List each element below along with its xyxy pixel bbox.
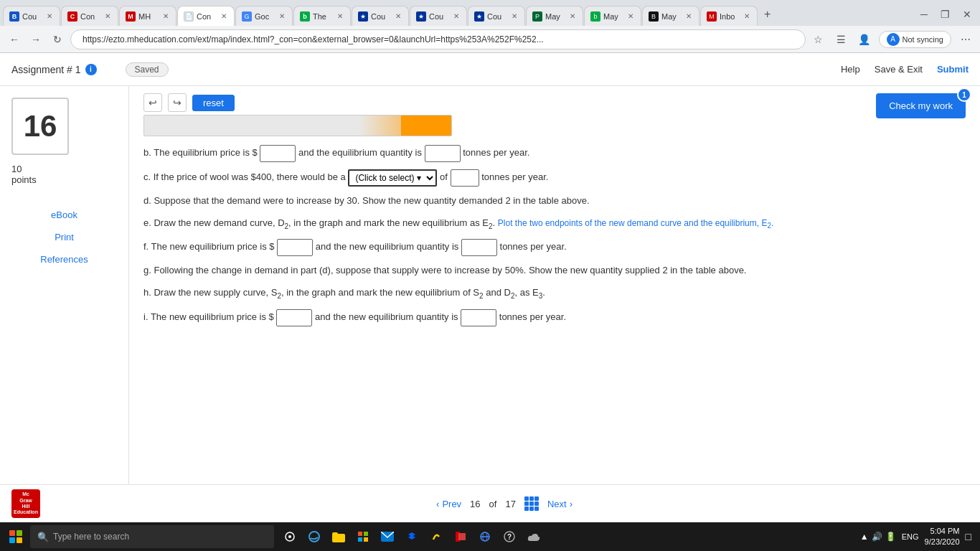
taskbar: 🔍 Type here to search bbox=[0, 522, 980, 551]
notification-button[interactable]: □ bbox=[966, 531, 971, 542]
tab-close-cou1[interactable]: ✕ bbox=[394, 11, 402, 22]
browser-actions: ☆ ☰ 👤 A Not syncing ⋯ bbox=[810, 31, 974, 48]
question-b-quantity-input[interactable] bbox=[425, 145, 461, 162]
total-pages: 17 bbox=[505, 499, 515, 509]
reading-list-button[interactable]: ☰ bbox=[833, 31, 850, 48]
save-exit-button[interactable]: Save & Exit bbox=[875, 64, 923, 75]
undo-button[interactable]: ↩ bbox=[143, 93, 162, 112]
question-f-text-middle: and the new equilibrium quantity is bbox=[316, 242, 461, 253]
clock-time: 5:04 PM bbox=[925, 526, 960, 537]
tab-may1[interactable]: P May ✕ bbox=[526, 6, 583, 26]
address-input[interactable] bbox=[70, 29, 806, 50]
mail-icon[interactable] bbox=[376, 524, 399, 550]
menu-button[interactable]: ⋯ bbox=[957, 31, 974, 48]
tab-may2[interactable]: b May ✕ bbox=[584, 6, 641, 26]
tab-close-bb[interactable]: ✕ bbox=[45, 11, 54, 22]
reload-button[interactable]: ↻ bbox=[49, 31, 66, 48]
taskbar-search[interactable]: 🔍 Type here to search bbox=[30, 525, 274, 548]
clock-date: 9/23/2020 bbox=[925, 537, 960, 547]
question-e-instruction-link[interactable]: Plot the two endpoints of the new demand… bbox=[498, 218, 773, 228]
mcgraw-hill-logo: McGrawHillEducation bbox=[11, 489, 40, 518]
back-button[interactable]: ← bbox=[6, 31, 23, 48]
tab-close-cou3[interactable]: ✕ bbox=[510, 11, 519, 22]
next-label: Next bbox=[547, 499, 567, 509]
network-icon[interactable]: ▲ bbox=[860, 532, 869, 542]
sync-button[interactable]: A Not syncing bbox=[879, 31, 951, 48]
tab-bb[interactable]: B Cou ✕ bbox=[3, 6, 60, 26]
cloud-icon[interactable] bbox=[522, 524, 545, 550]
close-browser-button[interactable]: ✕ bbox=[957, 6, 977, 23]
print-button[interactable]: Print bbox=[11, 227, 117, 247]
prev-button[interactable]: ‹ Prev bbox=[436, 499, 461, 509]
tab-close-goc[interactable]: ✕ bbox=[278, 11, 286, 22]
tab-the[interactable]: b The ✕ bbox=[293, 6, 351, 26]
edge-browser-icon[interactable] bbox=[303, 524, 326, 550]
dropbox-icon[interactable] bbox=[400, 524, 423, 550]
task-view-button[interactable] bbox=[278, 524, 301, 550]
tab-cou2[interactable]: ★ Cou ✕ bbox=[410, 6, 467, 26]
question-f-price-input[interactable] bbox=[277, 239, 313, 256]
help-taskbar-icon[interactable]: ? bbox=[498, 524, 521, 550]
tab-goc[interactable]: G Goc ✕ bbox=[235, 6, 293, 26]
tab-favicon-cou2: ★ bbox=[416, 11, 426, 22]
tab-close-the[interactable]: ✕ bbox=[336, 11, 344, 22]
check-work-button[interactable]: Check my work 1 bbox=[876, 93, 966, 118]
task-view-icon bbox=[284, 531, 296, 542]
tab-mh[interactable]: M MH ✕ bbox=[119, 6, 176, 26]
tab-close-may2[interactable]: ✕ bbox=[626, 11, 635, 22]
question-c-quantity-input[interactable] bbox=[451, 169, 479, 187]
file-explorer-icon[interactable] bbox=[327, 524, 350, 550]
references-button[interactable]: References bbox=[11, 250, 117, 269]
minimize-button[interactable]: ─ bbox=[915, 6, 933, 23]
clock-area[interactable]: 5:04 PM 9/23/2020 bbox=[925, 526, 960, 548]
tab-close-may1[interactable]: ✕ bbox=[568, 11, 577, 22]
question-f-quantity-input[interactable] bbox=[461, 239, 497, 256]
page-grid-icon[interactable] bbox=[524, 496, 539, 511]
question-c-select[interactable]: (Click to select) ▾ surplus shortage bbox=[348, 169, 437, 187]
tab-con2[interactable]: 📄 Con ✕ bbox=[177, 6, 235, 26]
tab-close-con1[interactable]: ✕ bbox=[103, 11, 112, 22]
reset-button[interactable]: reset bbox=[192, 95, 235, 111]
question-e-text-middle: , in the graph and mark the new equilibr… bbox=[288, 217, 489, 228]
question-i-quantity-input[interactable] bbox=[461, 309, 496, 326]
swish-icon[interactable] bbox=[425, 524, 448, 550]
tab-close-may3[interactable]: ✕ bbox=[684, 11, 693, 22]
question-c-text-after: tonnes per year. bbox=[481, 171, 548, 182]
question-f-text-after: tonnes per year. bbox=[500, 242, 567, 253]
tab-close-mh[interactable]: ✕ bbox=[161, 11, 170, 22]
volume-icon[interactable]: 🔊 bbox=[872, 532, 882, 542]
tab-may3[interactable]: B May ✕ bbox=[642, 6, 699, 26]
info-icon[interactable]: i bbox=[85, 64, 97, 75]
question-f: f. The new equilibrium price is $ and th… bbox=[143, 239, 966, 256]
question-i-text-before: i. The new equilibrium price is $ bbox=[143, 311, 274, 322]
question-e-instruction: Plot the two endpoints of the new demand… bbox=[498, 218, 768, 228]
help-link[interactable]: Help bbox=[841, 64, 860, 75]
profile-button[interactable]: 👤 bbox=[856, 31, 873, 48]
office-icon[interactable] bbox=[449, 524, 472, 550]
tab-label-con2: Con bbox=[197, 12, 211, 21]
mail-icon-svg bbox=[381, 532, 394, 542]
redo-button[interactable]: ↪ bbox=[168, 93, 187, 112]
submit-button[interactable]: Submit bbox=[937, 64, 969, 75]
battery-icon[interactable]: 🔋 bbox=[885, 532, 896, 542]
restore-button[interactable]: ❐ bbox=[935, 6, 956, 23]
ebook-button[interactable]: eBook bbox=[11, 205, 117, 225]
question-i: i. The new equilibrium price is $ and th… bbox=[143, 309, 966, 326]
question-b-price-input[interactable] bbox=[260, 145, 296, 162]
translate-icon[interactable] bbox=[473, 524, 496, 550]
tab-inbox[interactable]: M Inbo ✕ bbox=[700, 6, 758, 26]
question-g: g. Following the change in demand in par… bbox=[143, 263, 966, 278]
tab-con1[interactable]: C Con ✕ bbox=[61, 6, 118, 26]
tab-close-inbox[interactable]: ✕ bbox=[743, 11, 751, 22]
forward-button[interactable]: → bbox=[27, 31, 44, 48]
store-icon[interactable] bbox=[352, 524, 374, 550]
next-button[interactable]: Next › bbox=[547, 499, 573, 509]
new-tab-button[interactable]: + bbox=[758, 8, 776, 21]
bookmark-button[interactable]: ☆ bbox=[810, 31, 827, 48]
start-button[interactable] bbox=[3, 524, 29, 550]
question-i-price-input[interactable] bbox=[276, 309, 312, 326]
tab-close-con2[interactable]: ✕ bbox=[220, 11, 228, 22]
tab-close-cou2[interactable]: ✕ bbox=[452, 11, 461, 22]
tab-cou3[interactable]: ★ Cou ✕ bbox=[468, 6, 525, 26]
tab-cou1[interactable]: ★ Cou ✕ bbox=[352, 6, 409, 26]
